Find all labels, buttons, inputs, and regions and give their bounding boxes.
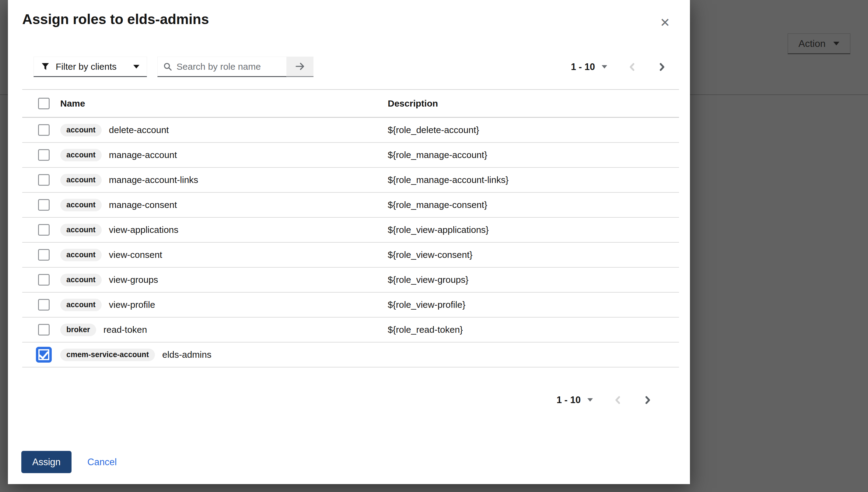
pagination-range: 1 - 10 (557, 395, 581, 405)
chevron-right-icon (643, 395, 652, 404)
table-row: account delete-account ${role_delete-acc… (22, 118, 679, 143)
pagination-range-toggle[interactable]: 1 - 10 (571, 62, 607, 72)
client-badge: account (60, 149, 102, 162)
role-name: view-applications (109, 225, 178, 235)
pagination-bottom: 1 - 10 (557, 390, 654, 410)
row-checkbox[interactable] (38, 324, 50, 336)
role-description: ${role_read-token} (388, 324, 679, 335)
role-description: ${role_delete-account} (388, 125, 679, 135)
next-page-button[interactable] (642, 394, 654, 406)
chevron-down-icon (602, 65, 607, 69)
pagination-top: 1 - 10 (571, 57, 668, 77)
row-checkbox[interactable] (38, 124, 50, 136)
action-dropdown-button[interactable]: Action (788, 33, 850, 54)
select-all-checkbox[interactable] (38, 98, 50, 109)
role-name: view-profile (109, 300, 155, 310)
client-badge: account (60, 124, 102, 137)
modal-title: Assign roles to elds-admins (22, 11, 209, 27)
row-checkbox[interactable] (38, 249, 50, 261)
row-checkbox[interactable] (38, 199, 50, 211)
search-input[interactable] (177, 62, 286, 72)
role-name: manage-account (109, 150, 177, 160)
table-row: broker read-token ${role_read-token} (22, 318, 679, 343)
row-checkbox[interactable] (38, 174, 50, 186)
previous-page-button (626, 61, 638, 73)
client-badge: account (60, 174, 102, 186)
chevron-left-icon (613, 395, 622, 404)
role-name: delete-account (109, 125, 169, 135)
modal-toolbar: Filter by clients (33, 57, 313, 77)
role-description: ${role_view-applications} (388, 225, 679, 235)
role-name: manage-account-links (109, 175, 198, 185)
role-name: manage-consent (109, 200, 177, 210)
role-description: ${role_view-groups} (388, 275, 679, 285)
client-badge: account (60, 249, 102, 261)
cancel-button[interactable]: Cancel (87, 457, 117, 468)
client-badge: account (60, 224, 102, 236)
role-name: view-consent (109, 250, 162, 260)
funnel-icon (41, 63, 50, 71)
role-name: view-groups (109, 275, 158, 285)
close-icon[interactable]: ✕ (656, 14, 674, 32)
column-header-name: Name (60, 98, 388, 109)
client-badge: cmem-service-account (60, 349, 155, 361)
role-description: ${role_manage-account} (388, 150, 679, 160)
table-row: account manage-consent ${role_manage-con… (22, 193, 679, 218)
row-checkbox[interactable] (38, 274, 50, 286)
table-row: account manage-account-links ${role_mana… (22, 168, 679, 193)
chevron-down-icon (587, 398, 593, 401)
chevron-down-icon (133, 65, 139, 69)
role-name: read-token (103, 324, 147, 335)
chevron-left-icon (628, 63, 637, 72)
roles-table: Name Description account delete-account … (22, 89, 679, 367)
role-description: ${role_manage-consent} (388, 200, 679, 210)
client-badge: broker (60, 324, 96, 336)
table-header-row: Name Description (22, 90, 679, 118)
filter-by-clients-dropdown[interactable]: Filter by clients (33, 57, 147, 77)
client-badge: account (60, 199, 102, 211)
chevron-right-icon (657, 63, 666, 72)
assign-button[interactable]: Assign (21, 451, 72, 473)
action-dropdown-label: Action (799, 38, 826, 49)
filter-label: Filter by clients (56, 62, 117, 72)
row-checkbox[interactable] (36, 347, 52, 363)
row-checkbox[interactable] (38, 299, 50, 311)
role-name: elds-admins (162, 349, 211, 360)
table-body: account delete-account ${role_delete-acc… (22, 118, 679, 367)
search-group (157, 57, 313, 77)
previous-page-button (612, 394, 624, 406)
table-row: account view-applications ${role_view-ap… (22, 218, 679, 243)
role-description: ${role_view-consent} (388, 250, 679, 260)
row-checkbox[interactable] (38, 149, 50, 161)
role-description: ${role_view-profile} (388, 300, 679, 310)
next-page-button[interactable] (656, 61, 668, 73)
search-submit-button[interactable] (287, 57, 313, 77)
search-box (157, 57, 287, 77)
table-row: cmem-service-account elds-admins (22, 343, 679, 367)
client-badge: account (60, 299, 102, 311)
assign-roles-modal: Assign roles to elds-admins ✕ Filter by … (8, 0, 690, 484)
table-row: account view-profile ${role_view-profile… (22, 293, 679, 318)
column-header-description: Description (388, 98, 679, 109)
client-badge: account (60, 274, 102, 286)
pagination-range-toggle[interactable]: 1 - 10 (557, 395, 593, 405)
chevron-down-icon (833, 42, 839, 45)
search-icon (163, 62, 172, 71)
pagination-range: 1 - 10 (571, 62, 595, 72)
table-row: account manage-account ${role_manage-acc… (22, 143, 679, 168)
row-checkbox[interactable] (38, 224, 50, 236)
modal-footer: Assign Cancel (21, 451, 117, 473)
table-row: account view-consent ${role_view-consent… (22, 243, 679, 268)
role-description: ${role_manage-account-links} (388, 175, 679, 185)
arrow-right-icon (295, 61, 305, 72)
table-row: account view-groups ${role_view-groups} (22, 268, 679, 293)
